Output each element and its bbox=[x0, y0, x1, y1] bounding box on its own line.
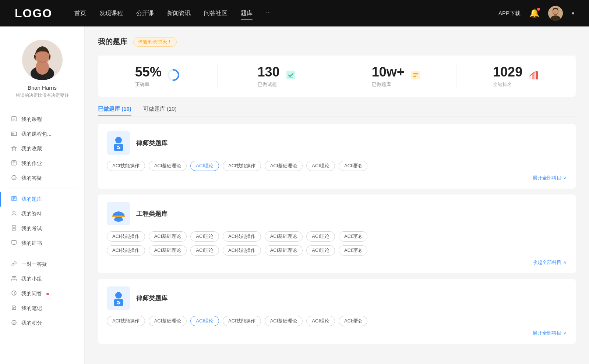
qb-card-lawyer-1: 律师类题库 ACI技能操作 ACI基础理论 ACI理论 ACI技能操作 ACI基… bbox=[98, 124, 576, 189]
collapse-engineer[interactable]: 收起全部科目 ∧ bbox=[107, 259, 567, 266]
svg-point-27 bbox=[13, 211, 15, 213]
qb-tag[interactable]: ACI理论 bbox=[306, 161, 335, 171]
stat-done-banks-value: 10w+ bbox=[372, 64, 405, 80]
qb-icon-lawyer-2 bbox=[107, 286, 130, 310]
tab-available-banks[interactable]: 可做题库 (10) bbox=[143, 106, 177, 116]
svg-rect-51 bbox=[536, 71, 538, 79]
main-content: 我的题库 体验剩余23天！ 55% 正确率 bbox=[85, 26, 589, 364]
svg-point-58 bbox=[114, 217, 123, 222]
sidebar-item-question-bank[interactable]: 我的题库 bbox=[0, 192, 84, 207]
qb-tag[interactable]: ACI理论 bbox=[339, 231, 367, 242]
sidebar-item-points[interactable]: 积 我的积分 bbox=[0, 316, 84, 331]
stat-done-questions-value: 130 bbox=[258, 64, 280, 80]
qb-tag[interactable]: ACI技能操作 bbox=[107, 245, 145, 256]
qb-tag[interactable]: ACI技能操作 bbox=[223, 316, 261, 326]
qb-title-lawyer-1: 律师类题库 bbox=[136, 139, 167, 147]
bell-badge bbox=[537, 8, 540, 11]
qb-tag[interactable]: ACI基础理论 bbox=[265, 161, 303, 171]
qb-tag[interactable]: ACI理论 bbox=[306, 316, 335, 326]
nav-link-more[interactable]: ··· bbox=[266, 8, 271, 19]
stat-done-questions: 130 已做试题 bbox=[218, 64, 337, 88]
sidebar-item-my-qa[interactable]: ? 我的问答 bbox=[0, 286, 84, 301]
sidebar-item-group[interactable]: 我的小组 bbox=[0, 272, 84, 286]
app-download-link[interactable]: APP下载 bbox=[498, 10, 521, 17]
sidebar-item-notes[interactable]: 我的笔记 bbox=[0, 301, 84, 316]
qb-title-engineer: 工程类题库 bbox=[136, 210, 167, 218]
nav-link-questions[interactable]: 题库 bbox=[241, 8, 253, 19]
sidebar-label-question-bank: 我的题库 bbox=[21, 196, 42, 203]
sidebar-item-my-course[interactable]: 我的课程 bbox=[0, 112, 84, 127]
nav-link-home[interactable]: 首页 bbox=[74, 8, 86, 19]
sidebar-item-favorites[interactable]: 我的收藏 bbox=[0, 142, 84, 156]
qb-tag[interactable]: ACI基础理论 bbox=[265, 316, 303, 326]
notification-bell[interactable]: 🔔 bbox=[529, 8, 539, 18]
sidebar-label-one-on-one: 一对一答疑 bbox=[21, 261, 47, 268]
points-icon: 积 bbox=[10, 320, 18, 327]
qb-tag-active[interactable]: ACI理论 bbox=[190, 161, 219, 171]
nav-links: 首页 发现课程 公开课 新闻资讯 问答社区 题库 ··· bbox=[74, 8, 498, 19]
profile-motto: 错误的决定比没有决定要好 bbox=[10, 92, 75, 99]
user-menu-chevron[interactable]: ▾ bbox=[572, 10, 574, 16]
exam-icon bbox=[10, 225, 18, 232]
sidebar-item-one-on-one[interactable]: 一对一答疑 bbox=[0, 257, 84, 272]
nav-logo: LOGO bbox=[15, 7, 52, 20]
sidebar-label-certificate: 我的证书 bbox=[21, 240, 42, 247]
qb-tag[interactable]: ACI理论 bbox=[339, 316, 367, 326]
svg-text:?: ? bbox=[14, 292, 15, 295]
qb-tag-active[interactable]: ACI理论 bbox=[190, 316, 219, 326]
stat-ranking-label: 全站排名 bbox=[493, 81, 522, 88]
sidebar-item-qa[interactable]: ? 我的答疑 bbox=[0, 171, 84, 186]
course-package-icon bbox=[10, 131, 18, 138]
tab-done-banks[interactable]: 已做题库 (10) bbox=[98, 106, 131, 116]
sidebar-label-notes: 我的笔记 bbox=[21, 305, 42, 312]
qb-tag[interactable]: ACI理论 bbox=[190, 245, 219, 256]
qb-tag[interactable]: ACI基础理论 bbox=[265, 245, 303, 256]
nav-link-open[interactable]: 公开课 bbox=[136, 8, 154, 19]
qb-tag[interactable]: ACI基础理论 bbox=[149, 161, 187, 171]
qb-tag[interactable]: ACI技能操作 bbox=[107, 316, 145, 326]
nav-right: APP下载 🔔 ▾ bbox=[498, 6, 574, 21]
sidebar-item-exam[interactable]: 我的考试 bbox=[0, 221, 84, 236]
qb-tag[interactable]: ACI理论 bbox=[306, 231, 335, 242]
qb-tag[interactable]: ACI基础理论 bbox=[149, 245, 187, 256]
expand-lawyer-2[interactable]: 展开全部科目 ∨ bbox=[107, 330, 567, 336]
sidebar-item-course-package[interactable]: 我的课程包... bbox=[0, 127, 84, 142]
sidebar-item-certificate[interactable]: 我的证书 bbox=[0, 236, 84, 251]
svg-text:?: ? bbox=[14, 176, 15, 180]
qb-icon-lawyer-1 bbox=[107, 131, 130, 155]
qb-tag[interactable]: ACI基础理论 bbox=[149, 231, 187, 242]
qb-tag[interactable]: ACI技能操作 bbox=[223, 245, 261, 256]
done-banks-icon bbox=[410, 69, 422, 83]
qb-tag[interactable]: ACI基础理论 bbox=[149, 316, 187, 326]
sidebar-label-course-package: 我的课程包... bbox=[21, 131, 52, 138]
expand-lawyer-1[interactable]: 展开全部科目 ∨ bbox=[107, 175, 567, 181]
nav-link-qa[interactable]: 问答社区 bbox=[204, 8, 228, 19]
stat-ranking: 1029 全站排名 bbox=[456, 64, 576, 88]
qb-tag[interactable]: ACI理论 bbox=[339, 161, 367, 171]
sidebar-label-points: 我的积分 bbox=[21, 320, 42, 326]
qb-tag[interactable]: ACI理论 bbox=[190, 231, 219, 242]
stat-done-banks-label: 已做题库 bbox=[372, 81, 405, 88]
qb-tag[interactable]: ACI技能操作 bbox=[223, 231, 261, 242]
qb-tag[interactable]: ACI技能操作 bbox=[107, 231, 145, 242]
favorites-icon bbox=[10, 145, 18, 153]
avatar-image bbox=[548, 6, 563, 21]
sidebar-label-qa: 我的答疑 bbox=[21, 175, 42, 182]
sidebar-item-homework[interactable]: 我的作业 bbox=[0, 156, 84, 171]
qb-icon-engineer bbox=[107, 202, 130, 225]
sidebar-label-exam: 我的考试 bbox=[21, 225, 42, 232]
sidebar-divider-3 bbox=[6, 254, 78, 254]
qb-tag[interactable]: ACI基础理论 bbox=[265, 231, 303, 242]
nav-link-discover[interactable]: 发现课程 bbox=[99, 8, 123, 19]
sidebar-item-profile[interactable]: 我的资料 bbox=[0, 207, 84, 221]
notes-icon bbox=[10, 305, 18, 312]
sidebar-label-profile: 我的资料 bbox=[21, 211, 42, 217]
user-avatar[interactable] bbox=[548, 6, 563, 21]
qb-tag[interactable]: ACI技能操作 bbox=[223, 161, 261, 171]
qb-tag[interactable]: ACI理论 bbox=[306, 245, 335, 256]
svg-point-34 bbox=[14, 276, 16, 278]
qb-tag[interactable]: ACI技能操作 bbox=[107, 161, 145, 171]
nav-link-news[interactable]: 新闻资讯 bbox=[167, 8, 191, 19]
qb-tag[interactable]: ACI理论 bbox=[339, 245, 367, 256]
one-on-one-icon bbox=[10, 261, 18, 268]
